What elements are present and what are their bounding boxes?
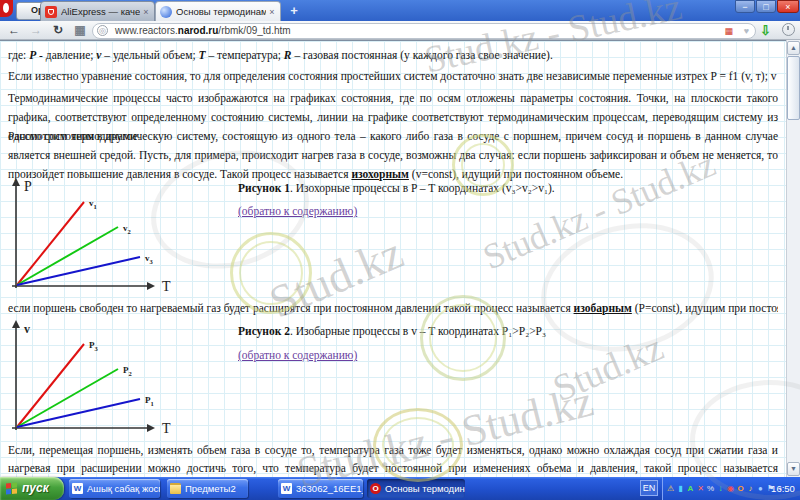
x-axis-label: T	[162, 421, 171, 436]
taskbar-button-document2[interactable]: W 363062_16EE1_leksi...	[278, 479, 363, 498]
opera-logo-icon	[0, 0, 13, 17]
figure2-vt-graph: P3 P2 P1 v T	[4, 318, 189, 438]
word-doc-icon: W	[281, 483, 292, 494]
tab-title: Основы термодинамики	[176, 2, 266, 22]
close-button[interactable]: ×	[777, 0, 799, 13]
back-to-contents-link-1[interactable]: (обратно к содержанию)	[238, 205, 357, 217]
back-icon[interactable]: ←	[4, 21, 24, 39]
scroll-down-icon[interactable]: ▼	[787, 462, 800, 476]
line-label-v3: v3	[145, 253, 154, 265]
back-to-contents-link-2[interactable]: (обратно к содержанию)	[238, 349, 357, 361]
taskbar-button-folder[interactable]: Предметы2	[167, 479, 248, 498]
download-arrow-icon[interactable]: ⇩	[760, 22, 771, 39]
scrollbar-thumb[interactable]	[787, 56, 800, 120]
opera-browser-window: Opera AliExpress — качественные × Основы…	[0, 0, 800, 500]
network-globe-icon[interactable]: ●	[756, 483, 765, 494]
y-axis-arrow	[12, 320, 20, 328]
folder-icon	[170, 483, 181, 494]
taskbar-button-opera-active[interactable]: O Основы термодинам...	[367, 479, 465, 498]
address-bar[interactable]: ◎ www.reactors.narod.ru/rbmk/09_td.htm ▦…	[92, 23, 756, 39]
line-label-p1: P1	[145, 395, 154, 407]
windows-flag-icon	[6, 482, 17, 494]
taskbar-button-document1[interactable]: W Ашық сабақ жоспар...	[69, 479, 160, 498]
scroll-up-icon[interactable]: ▲	[787, 41, 800, 55]
page-favicon	[160, 6, 172, 18]
system-tray: ⚠ ▮ A ✕ % ↓ ◉ O ♪ ● ⚑ ▪ 16:50	[662, 477, 800, 500]
volume-icon[interactable]: ♪	[746, 483, 755, 494]
tab-aliexpress[interactable]: AliExpress — качественные ×	[40, 1, 155, 23]
maximize-button[interactable]: □	[756, 0, 776, 13]
site-badge-icon[interactable]: ◎	[97, 25, 108, 36]
start-label: пуск	[22, 481, 49, 495]
navigation-toolbar: ← → ↻ ▦ ◎ www.reactors.narod.ru/rbmk/09_…	[0, 21, 800, 40]
reload-icon[interactable]: ↻	[48, 21, 68, 39]
bookmark-heart-icon[interactable]: ♥	[744, 24, 749, 38]
download-manager-icon[interactable]: ↓	[716, 483, 725, 494]
page-content: где: P - давление; v – удельный объем; T…	[0, 40, 786, 477]
word-doc-icon: W	[72, 483, 83, 494]
opera-tray-icon[interactable]: O	[736, 483, 745, 494]
vertical-scrollbar[interactable]: ▲ ▼	[786, 40, 800, 477]
title-bar: Opera AliExpress — качественные × Основы…	[0, 0, 800, 21]
tab-close-icon[interactable]: ×	[140, 2, 152, 22]
windows-taskbar: пуск W Ашық сабақ жоспар... Предметы2 W …	[0, 477, 800, 500]
paragraph-state-equation: Если известно уравнение состояния, то дл…	[8, 67, 778, 86]
tab-close-icon[interactable]: ×	[266, 2, 278, 22]
y-axis-label: v	[24, 322, 30, 336]
x-axis-label: T	[162, 279, 171, 294]
minimize-button[interactable]: −	[735, 0, 755, 13]
url-text: www.reactors.narod.ru/rbmk/09_td.htm	[115, 24, 291, 38]
tab-thermodynamics[interactable]: Основы термодинамики ×	[155, 1, 281, 22]
settings-icon[interactable]: %	[706, 483, 715, 494]
y-axis-arrow	[12, 178, 20, 186]
start-button[interactable]: пуск	[0, 477, 64, 500]
isochore-v2-line	[17, 227, 118, 285]
new-tab-button[interactable]: +	[286, 3, 302, 19]
forward-icon[interactable]: →	[26, 21, 46, 39]
record-icon[interactable]: ◉	[726, 483, 735, 494]
language-indicator[interactable]: EN	[640, 480, 658, 496]
y-axis-label: P	[24, 179, 32, 194]
taskbar-clock: 16:50	[768, 477, 798, 500]
antivirus-alert-icon[interactable]: ⚠	[666, 483, 675, 494]
line-label-p2: P2	[123, 365, 132, 377]
x-axis-arrow	[147, 424, 155, 432]
paragraph-isobaric: если поршень свободен то нагреваемый газ…	[8, 299, 778, 318]
history-clock-icon[interactable]	[782, 23, 795, 36]
line-label-v1: v1	[89, 198, 97, 210]
paragraph-definitions: где: P - давление; v – удельный объем; T…	[8, 46, 778, 65]
network-error-icon[interactable]: ✕	[696, 483, 705, 494]
opera-icon: O	[370, 483, 381, 494]
x-axis-arrow	[147, 282, 155, 290]
tab-title: AliExpress — качественные	[61, 2, 140, 22]
figure1-caption: Рисунок 1. Изохорные процессы в P – T ко…	[238, 180, 758, 196]
figure1-pt-graph: v1 v2 v3 P T	[4, 176, 189, 296]
isobar-p2-line	[17, 369, 118, 427]
aliexpress-favicon	[45, 6, 57, 18]
battery-icon[interactable]: ▮	[676, 483, 685, 494]
speed-dial-icon[interactable]: ▦	[70, 21, 90, 39]
agent-icon[interactable]: A	[686, 483, 695, 494]
speed-dial-add-icon[interactable]: ▦	[724, 24, 733, 38]
figure2-caption: Рисунок 2. Изобарные процессы в v – T ко…	[238, 323, 758, 339]
line-label-v2: v2	[123, 223, 131, 235]
line-label-p3: P3	[89, 340, 99, 352]
